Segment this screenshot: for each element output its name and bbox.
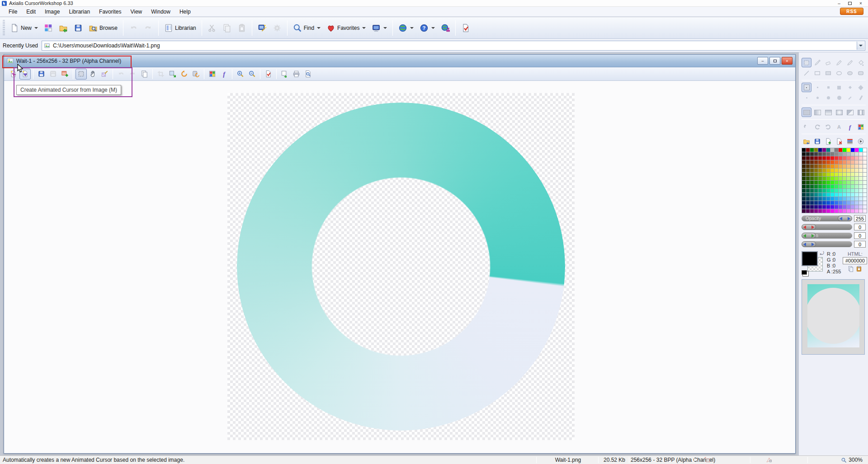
- palette-color[interactable]: [847, 181, 850, 184]
- palette-color[interactable]: [843, 156, 846, 160]
- palette-color[interactable]: [859, 152, 863, 156]
- palette-color[interactable]: [851, 189, 854, 192]
- palette-color[interactable]: [814, 160, 818, 164]
- palette-color[interactable]: [851, 173, 854, 176]
- palette-color[interactable]: [830, 193, 834, 197]
- palette-color[interactable]: [851, 152, 854, 156]
- palette-color[interactable]: [851, 181, 854, 184]
- palette-color[interactable]: [830, 181, 834, 184]
- green-value[interactable]: 0: [854, 232, 866, 239]
- palette-color[interactable]: [802, 197, 806, 201]
- palette-color[interactable]: [847, 197, 850, 201]
- test-cursor-button[interactable]: [458, 21, 473, 35]
- palette-color[interactable]: [822, 156, 826, 160]
- palette-color[interactable]: [806, 205, 810, 209]
- palette-color[interactable]: [810, 197, 814, 201]
- palette-color[interactable]: [835, 185, 838, 188]
- palette-color[interactable]: [818, 173, 822, 176]
- palette-color[interactable]: [810, 185, 814, 188]
- palette-color[interactable]: [839, 156, 842, 160]
- pan-button[interactable]: [87, 69, 99, 80]
- palette-color[interactable]: [839, 169, 842, 172]
- palette-color[interactable]: [843, 169, 846, 172]
- palette-color[interactable]: [814, 181, 818, 184]
- palette-color[interactable]: [802, 164, 806, 168]
- blue-slider[interactable]: Blue: [802, 241, 852, 247]
- palette-color[interactable]: [839, 193, 842, 197]
- opacity-value[interactable]: 255: [854, 215, 866, 222]
- palette-save-button[interactable]: [812, 137, 822, 146]
- palette-color[interactable]: [818, 148, 822, 152]
- image-canvas[interactable]: [227, 93, 575, 440]
- palette-color[interactable]: [822, 173, 826, 176]
- palette-color[interactable]: [818, 205, 822, 209]
- palette-color[interactable]: [843, 197, 846, 201]
- palette-color[interactable]: [806, 181, 810, 184]
- palette-color[interactable]: [851, 177, 854, 180]
- palette-color[interactable]: [830, 177, 834, 180]
- palette-color[interactable]: [859, 209, 863, 213]
- palette-color[interactable]: [826, 181, 830, 184]
- palette-color[interactable]: [839, 205, 842, 209]
- palette-color[interactable]: [822, 193, 826, 197]
- palette-color[interactable]: [859, 205, 863, 209]
- palette-color[interactable]: [847, 205, 850, 209]
- palette-color[interactable]: [826, 164, 830, 168]
- dropdown-caret-icon[interactable]: [410, 27, 414, 29]
- palette-color[interactable]: [835, 173, 838, 176]
- palette-color[interactable]: [847, 152, 850, 156]
- palette-color[interactable]: [830, 189, 834, 192]
- new-cursor-project-button[interactable]: [41, 21, 56, 35]
- palette-color[interactable]: [822, 189, 826, 192]
- palette-color[interactable]: [835, 156, 838, 160]
- palette-color[interactable]: [855, 148, 859, 152]
- opacity-slider-thumb[interactable]: [838, 216, 852, 221]
- palette-color[interactable]: [847, 156, 850, 160]
- palette-color[interactable]: [855, 169, 859, 172]
- palette-color[interactable]: [818, 201, 822, 205]
- palette-color[interactable]: [863, 205, 867, 209]
- palette-color[interactable]: [806, 152, 810, 156]
- zoom-out-button[interactable]: [246, 69, 258, 80]
- palette-color[interactable]: [806, 164, 810, 168]
- palette-color[interactable]: [859, 164, 863, 168]
- palette-color[interactable]: [802, 173, 806, 176]
- palette-color[interactable]: [855, 177, 859, 180]
- palette-color[interactable]: [830, 164, 834, 168]
- blue-value[interactable]: 0: [854, 241, 866, 248]
- palette-color[interactable]: [835, 189, 838, 192]
- document-close-button[interactable]: ×: [782, 57, 793, 65]
- palette-color[interactable]: [830, 169, 834, 172]
- palette-color[interactable]: [851, 160, 854, 164]
- palette-color[interactable]: [814, 189, 818, 192]
- palette-color[interactable]: [839, 173, 842, 176]
- menu-item-favorites[interactable]: Favorites: [95, 8, 125, 16]
- palette-color[interactable]: [835, 181, 838, 184]
- palette-color[interactable]: [818, 169, 822, 172]
- palette-color[interactable]: [806, 148, 810, 152]
- palette-color[interactable]: [802, 177, 806, 180]
- palette-color[interactable]: [802, 201, 806, 205]
- palette-color[interactable]: [818, 152, 822, 156]
- palette-color[interactable]: [855, 193, 859, 197]
- palette-delete-button[interactable]: [835, 137, 844, 146]
- palette-color[interactable]: [814, 156, 818, 160]
- palette-color[interactable]: [863, 148, 867, 152]
- palette-color[interactable]: [835, 209, 838, 213]
- palette-color[interactable]: [835, 193, 838, 197]
- palette-color[interactable]: [818, 209, 822, 213]
- open-import-button[interactable]: [56, 21, 71, 35]
- green-slider-thumb[interactable]: [802, 233, 816, 239]
- palette-color[interactable]: [847, 209, 850, 213]
- palette-color[interactable]: [843, 160, 846, 164]
- palette-color[interactable]: [814, 152, 818, 156]
- palette-color[interactable]: [802, 148, 806, 152]
- palette-color[interactable]: [826, 197, 830, 201]
- palette-color[interactable]: [830, 209, 834, 213]
- document-restore-button[interactable]: [769, 57, 780, 65]
- opacity-slider[interactable]: Opacity: [802, 216, 852, 221]
- palette-color[interactable]: [810, 160, 814, 164]
- palette-color[interactable]: [826, 177, 830, 180]
- dropdown-caret-icon[interactable]: [34, 27, 38, 29]
- palette-color[interactable]: [855, 160, 859, 164]
